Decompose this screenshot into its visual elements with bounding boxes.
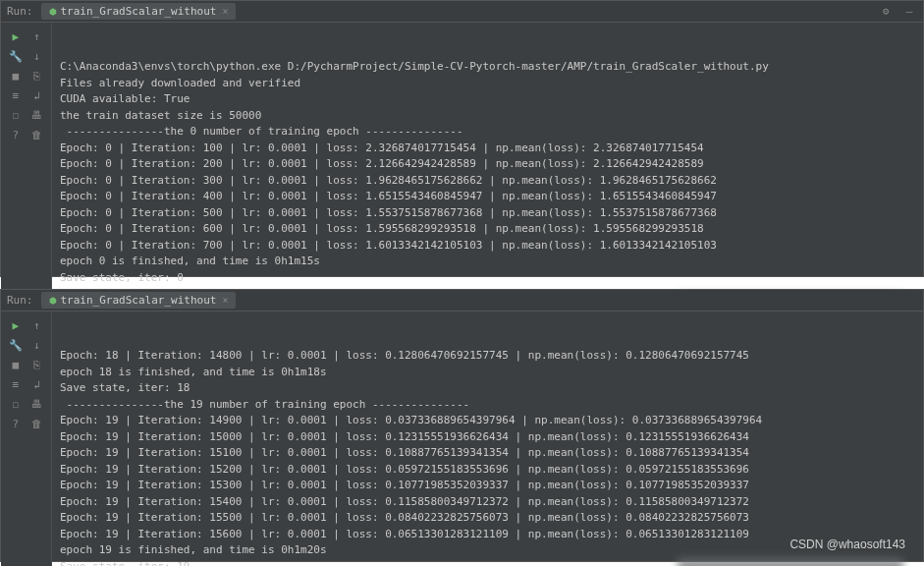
console-line: Epoch: 19 | Iteration: 15300 | lr: 0.000…	[60, 478, 915, 494]
trash-icon[interactable]: 🗑	[28, 416, 44, 431]
python-icon: ⬢	[49, 296, 57, 306]
console-line: Epoch: 19 | Iteration: 15500 | lr: 0.000…	[60, 510, 915, 527]
down-icon[interactable]: ↓	[28, 337, 44, 353]
run-panel-2: Run: ⬢ train_GradScalar_without × ▶↑ 🔧↓ …	[0, 289, 924, 562]
python-icon: ⬢	[49, 7, 57, 17]
help-icon[interactable]: ?	[8, 127, 24, 142]
box-icon[interactable]: ☐	[8, 396, 24, 412]
print-icon[interactable]: 🖶	[28, 107, 44, 123]
console-line: epoch 19 is finished, and time is 0h1m20…	[60, 542, 915, 559]
run-tab[interactable]: ⬢ train_GradScalar_without ×	[41, 292, 237, 309]
close-icon[interactable]: ×	[222, 6, 228, 17]
console-line: C:\Anaconda3\envs\torch\python.exe D:/Py…	[60, 59, 915, 76]
box-icon[interactable]: ☐	[8, 107, 24, 123]
run-label: Run:	[7, 5, 33, 18]
console-line: Epoch: 18 | Iteration: 14800 | lr: 0.000…	[60, 348, 915, 365]
up-icon[interactable]: ↑	[28, 28, 44, 44]
tab-label: train_GradScalar_without	[61, 5, 217, 18]
minimize-icon[interactable]: —	[901, 4, 917, 20]
run-tab[interactable]: ⬢ train_GradScalar_without ×	[41, 3, 237, 20]
layout-icon[interactable]: ≡	[8, 87, 24, 103]
gear-icon[interactable]: ⚙	[878, 4, 894, 20]
panel-header: Run: ⬢ train_GradScalar_without ×	[1, 290, 923, 311]
console-line: epoch 18 is finished, and time is 0h1m18…	[60, 365, 915, 381]
filter-icon[interactable]: ⎘	[28, 68, 44, 84]
console-line: CUDA available: True	[60, 91, 915, 108]
down-icon[interactable]: ↓	[28, 48, 44, 64]
console-line: ---------------the 0 number of training …	[60, 124, 915, 141]
console-line: Epoch: 0 | Iteration: 100 | lr: 0.0001 |…	[60, 141, 915, 157]
console-line: Epoch: 0 | Iteration: 300 | lr: 0.0001 |…	[60, 173, 915, 190]
wrap-icon[interactable]: ↲	[28, 376, 44, 392]
console-line: epoch 0 is finished, and time is 0h1m15s	[60, 254, 915, 270]
console-line: Epoch: 19 | Iteration: 15600 | lr: 0.000…	[60, 527, 915, 543]
wrap-icon[interactable]: ↲	[28, 87, 44, 103]
help-icon[interactable]: ?	[8, 416, 24, 431]
close-icon[interactable]: ×	[222, 295, 228, 306]
blurred-region	[678, 558, 903, 566]
filter-icon[interactable]: ⎘	[28, 357, 44, 372]
console-line: Epoch: 19 | Iteration: 15000 | lr: 0.000…	[60, 429, 915, 446]
console-line: Epoch: 19 | Iteration: 15200 | lr: 0.000…	[60, 462, 915, 479]
console-line: Epoch: 19 | Iteration: 15400 | lr: 0.000…	[60, 494, 915, 511]
panel-header: Run: ⬢ train_GradScalar_without × ⚙ —	[1, 1, 923, 23]
up-icon[interactable]: ↑	[28, 317, 44, 333]
console-line: ---------------the 19 number of training…	[60, 397, 915, 414]
panel-body: ▶↑ 🔧↓ ■⎘ ≡↲ ☐🖶 ?🗑 Epoch: 18 | Iteration:…	[1, 311, 923, 566]
console-line: Epoch: 0 | Iteration: 500 | lr: 0.0001 |…	[60, 205, 915, 222]
console-line: Epoch: 0 | Iteration: 400 | lr: 0.0001 |…	[60, 189, 915, 205]
print-icon[interactable]: 🖶	[28, 396, 44, 412]
tool-gutter: ▶↑ 🔧↓ ■⎘ ≡↲ ☐🖶 ?🗑	[1, 311, 52, 566]
stop-icon[interactable]: ■	[8, 357, 24, 372]
trash-icon[interactable]: 🗑	[28, 127, 44, 142]
console-line: Epoch: 0 | Iteration: 700 | lr: 0.0001 |…	[60, 238, 915, 255]
console-line: Epoch: 19 | Iteration: 15100 | lr: 0.000…	[60, 445, 915, 462]
wrench-icon[interactable]: 🔧	[8, 48, 24, 64]
stop-icon[interactable]: ■	[8, 68, 24, 84]
header-actions: ⚙ —	[878, 4, 917, 20]
tab-label: train_GradScalar_without	[61, 294, 217, 307]
run-label: Run:	[7, 294, 33, 307]
layout-icon[interactable]: ≡	[8, 376, 24, 392]
console-line: Save state, iter: 18	[60, 380, 915, 397]
play-icon[interactable]: ▶	[8, 317, 24, 333]
wrench-icon[interactable]: 🔧	[8, 337, 24, 353]
console-line: Epoch: 19 | Iteration: 14900 | lr: 0.000…	[60, 413, 915, 429]
watermark: CSDN @whaosoft143	[789, 538, 905, 551]
console-line: Epoch: 0 | Iteration: 200 | lr: 0.0001 |…	[60, 156, 915, 173]
console-line: the train dataset size is 50000	[60, 108, 915, 125]
run-panel-1: Run: ⬢ train_GradScalar_without × ⚙ — ▶↑…	[0, 0, 924, 277]
console-line: Save state, iter: 0	[60, 270, 915, 287]
play-icon[interactable]: ▶	[8, 28, 24, 44]
console-output-2[interactable]: Epoch: 18 | Iteration: 14800 | lr: 0.000…	[52, 311, 923, 566]
console-line: Files already downloaded and verified	[60, 76, 915, 92]
console-line: Epoch: 0 | Iteration: 600 | lr: 0.0001 |…	[60, 221, 915, 238]
